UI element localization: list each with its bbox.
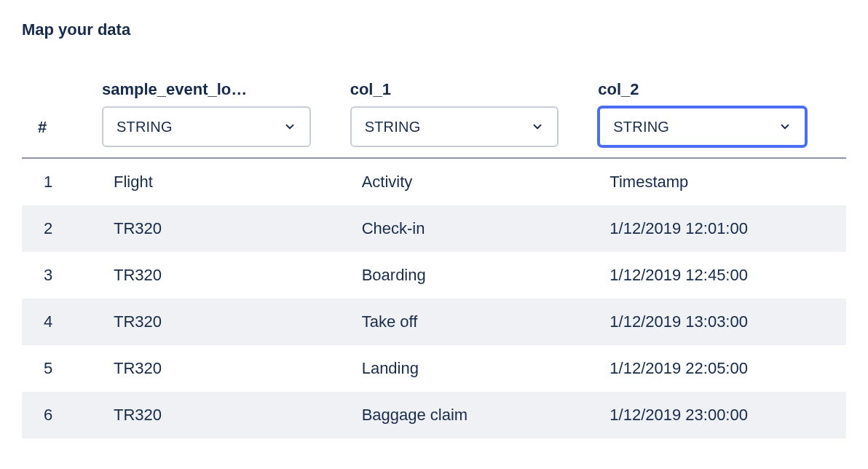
cell: Boarding [350,266,599,285]
column-type-value: STRING [613,119,669,135]
cell: 1/12/2019 22:05:00 [598,359,846,378]
row-number: 5 [22,359,102,378]
row-number: 3 [22,266,102,285]
table-row: 2 TR320 Check-in 1/12/2019 12:01:00 [22,205,846,252]
chevron-down-icon [531,120,544,133]
cell: TR320 [102,219,350,238]
cell: 1/12/2019 13:03:00 [598,312,846,331]
row-number-header: # [22,118,102,147]
cell: TR320 [102,406,350,425]
column-header-0: sample_event_lo… STRING [102,80,350,147]
cell: Check-in [350,219,599,238]
data-mapper-table: # sample_event_lo… STRING col_1 STRING [22,80,846,438]
cell: TR320 [102,359,350,378]
column-header-1: col_1 STRING [350,80,599,147]
column-type-select-0[interactable]: STRING [102,106,311,147]
chevron-down-icon [283,120,296,133]
cell: TR320 [102,266,350,285]
column-name: sample_event_lo… [102,80,291,99]
cell: Activity [350,173,599,192]
column-name: col_2 [598,80,787,99]
row-number: 6 [22,406,102,425]
cell: 1/12/2019 23:00:00 [598,406,846,425]
page-title: Map your data [22,20,846,39]
table-row: 5 TR320 Landing 1/12/2019 22:05:00 [22,345,846,392]
header-row: # sample_event_lo… STRING col_1 STRING [22,80,846,159]
table-row: 4 TR320 Take off 1/12/2019 13:03:00 [22,299,846,345]
column-type-value: STRING [117,119,173,135]
table-row: 1 Flight Activity Timestamp [22,159,846,205]
column-type-select-2[interactable]: STRING [598,106,807,147]
cell: Timestamp [598,173,846,192]
cell: Take off [350,312,599,331]
cell: Flight [102,173,350,192]
chevron-down-icon [778,120,792,133]
column-type-value: STRING [365,119,421,135]
table-row: 3 TR320 Boarding 1/12/2019 12:45:00 [22,252,846,299]
table-row: 6 TR320 Baggage claim 1/12/2019 23:00:00 [22,392,846,438]
cell: Baggage claim [350,406,599,425]
table-body: 1 Flight Activity Timestamp 2 TR320 Chec… [22,159,846,438]
column-name: col_1 [350,80,540,99]
column-type-select-1[interactable]: STRING [350,106,559,147]
cell: 1/12/2019 12:01:00 [598,219,846,238]
row-number: 2 [22,219,102,238]
cell: 1/12/2019 12:45:00 [598,266,846,285]
cell: TR320 [102,312,350,331]
column-header-2: col_2 STRING [598,80,846,147]
cell: Landing [350,359,599,378]
row-number: 1 [22,173,102,192]
row-number: 4 [22,312,102,331]
